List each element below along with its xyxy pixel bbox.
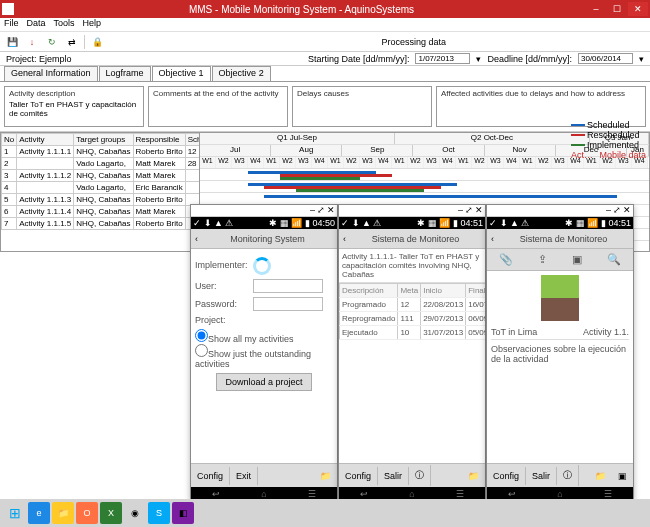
taskbar-skype-icon[interactable]: S [148,502,170,524]
table-row[interactable]: 7Activity 1.1.1.5NHQ, CabañasRoberto Bri… [2,218,201,230]
tab-objective-2[interactable]: Objective 2 [212,66,271,81]
phone1-radio-outstanding[interactable] [195,344,208,357]
phone3-photo-thumbnail[interactable] [541,275,579,321]
col-target[interactable]: Target groups [74,134,133,146]
table-row[interactable]: 1Activity 1.1.1.1NHQ, CabañasRoberto Bri… [2,146,201,158]
phone3-back-icon[interactable]: ‹ [491,234,494,244]
phone1-status-icons: ✓ ⬇ ▲ ⚠ [193,218,233,228]
taskbar-ie-icon[interactable]: e [28,502,50,524]
menu-data[interactable]: Data [27,18,46,31]
gantt-legend: Scheduled Rescheduled Implemented Act… M… [571,120,646,160]
phone1-max-icon[interactable]: ⤢ [317,206,325,215]
start-date-picker-icon[interactable]: ▾ [476,54,481,64]
phone1-config-button[interactable]: Config [191,467,230,485]
deadline-input[interactable] [578,53,633,64]
col-no[interactable]: No [2,134,17,146]
lock-icon[interactable]: 🔒 [89,34,105,50]
export-icon[interactable]: ↓ [24,34,40,50]
grid-left[interactable]: No Activity Target groups Responsible Sc… [0,132,200,252]
phone3-activity-ref: Activity 1.1. [583,327,629,337]
phone2-max-icon[interactable]: ⤢ [465,206,473,215]
phone-window-2: –⤢✕ ✓ ⬇ ▲ ⚠✱ ▦ 📶 ▮ 04:51 ‹Sistema de Mon… [338,204,486,500]
list-item[interactable]: Programado1222/08/201316/07/20 [340,298,486,312]
minimize-button[interactable]: – [586,2,606,16]
phone1-radio-all[interactable] [195,329,208,342]
comments-box[interactable]: Comments at the end of the activity [148,86,288,127]
start-date-input[interactable] [415,53,470,64]
tab-general[interactable]: General Information [4,66,98,81]
phone1-nav-back-icon[interactable]: ↩ [212,489,220,499]
maximize-button[interactable]: ☐ [607,2,627,16]
table-row[interactable]: 2Vado Lagarto,Matt Marek28 [2,158,201,170]
menu-help[interactable]: Help [83,18,102,31]
phone1-min-icon[interactable]: – [310,206,315,215]
table-row[interactable]: 5Activity 1.1.1.3NHQ, CabañasRoberto Bri… [2,194,201,206]
table-row[interactable]: 6Activity 1.1.1.4NHQ, CabañasMatt Marek [2,206,201,218]
taskbar-app-icon[interactable]: ◧ [172,502,194,524]
phone1-back-icon[interactable]: ‹ [195,234,198,244]
table-row[interactable]: 3Activity 1.1.1.2NHQ, CabañasMatt Marek [2,170,201,182]
phone3-folder-icon[interactable]: 📁 [589,467,612,485]
taskbar-excel-icon[interactable]: X [100,502,122,524]
phone3-max-icon[interactable]: ⤢ [613,206,621,215]
menu-file[interactable]: File [4,18,19,31]
phone2-salir-button[interactable]: Salir [378,467,409,485]
phone3-close-icon[interactable]: ✕ [623,206,631,215]
col-scheduled[interactable]: Scheduled Target [185,134,200,146]
phone1-pass-input[interactable] [253,297,323,311]
taskbar-chrome-icon[interactable]: ◉ [124,502,146,524]
processing-label: Processing data [381,37,446,47]
project-row: Project: Ejemplo Starting Date [dd/mm/yy… [0,52,650,66]
phone1-nav-home-icon[interactable]: ⌂ [261,489,266,499]
phone3-title: Sistema de Monitoreo [498,234,629,244]
phone3-search-icon[interactable]: 🔍 [607,253,621,266]
tab-logframe[interactable]: Logframe [99,66,151,81]
phone-window-3: –⤢✕ ✓ ⬇ ▲ ⚠✱ ▦ 📶 ▮ 04:51 ‹Sistema de Mon… [486,204,634,500]
phone1-exit-button[interactable]: Exit [230,467,258,485]
windows-taskbar: ⊞ e 📁 O X ◉ S ◧ [0,499,650,527]
phone3-camera-icon[interactable]: ▣ [572,253,582,266]
description-row: Activity description Taller ToT en PHAST… [0,82,650,132]
phone3-salir-button[interactable]: Salir [526,467,557,485]
phone1-user-input[interactable] [253,279,323,293]
phone3-info-icon[interactable]: ⓘ [557,465,579,486]
phone1-nav-recent-icon[interactable]: ☰ [308,489,316,499]
phone2-close-icon[interactable]: ✕ [475,206,483,215]
loading-spinner-icon [253,257,271,275]
tab-objective-1[interactable]: Objective 1 [152,66,211,81]
menubar: File Data Tools Help [0,18,650,32]
window-title: MMS - Mobile Monitoring System - AquinoS… [18,4,585,15]
col-activity[interactable]: Activity [17,134,74,146]
phone1-close-icon[interactable]: ✕ [327,206,335,215]
start-button[interactable]: ⊞ [4,502,26,524]
list-item[interactable]: Reprogramado11129/07/201306/09/20 [340,312,486,326]
col-responsible[interactable]: Responsible [133,134,185,146]
phone3-share-icon[interactable]: ⇪ [538,253,547,266]
phone1-folder-icon[interactable]: 📁 [314,467,337,485]
phone2-info-icon[interactable]: ⓘ [409,465,431,486]
menu-tools[interactable]: Tools [54,18,75,31]
phone3-video-icon[interactable]: ▣ [612,467,633,485]
table-row[interactable]: 4Vado Lagarto,Eric Barancik [2,182,201,194]
phone1-title: Monitoring System [202,234,333,244]
taskbar-explorer-icon[interactable]: 📁 [52,502,74,524]
sync-icon[interactable]: ⇄ [64,34,80,50]
phone3-min-icon[interactable]: – [606,206,611,215]
refresh-icon[interactable]: ↻ [44,34,60,50]
delays-box[interactable]: Delays causes [292,86,432,127]
phone3-config-button[interactable]: Config [487,467,526,485]
close-button[interactable]: ✕ [628,2,648,16]
phone2-back-icon[interactable]: ‹ [343,234,346,244]
phone3-notes: Observaciones sobre la ejecución de la a… [491,344,629,364]
deadline-picker-icon[interactable]: ▾ [639,54,644,64]
list-item[interactable]: Ejecutado1031/07/201305/09/20 [340,326,486,340]
taskbar-outlook-icon[interactable]: O [76,502,98,524]
download-project-button[interactable]: Download a project [216,373,311,391]
phone2-min-icon[interactable]: – [458,206,463,215]
phone2-folder-icon[interactable]: 📁 [462,467,485,485]
phone2-config-button[interactable]: Config [339,467,378,485]
phone3-attach-icon[interactable]: 📎 [499,253,513,266]
phone2-subtitle: Activity 1.1.1.1- Taller ToT en PHAST y … [339,249,485,283]
start-date-label: Starting Date [dd/mm/yy]: [308,54,410,64]
save-icon[interactable]: 💾 [4,34,20,50]
